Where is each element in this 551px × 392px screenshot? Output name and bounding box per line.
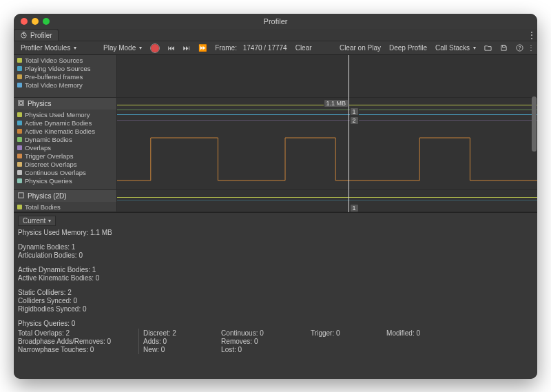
- open-file-icon[interactable]: [480, 42, 496, 54]
- chart-zone-physics: 1.1 MB 1 2: [117, 98, 537, 190]
- physics-icon: [17, 99, 25, 108]
- clear-on-play-button[interactable]: Clear on Play: [335, 42, 385, 54]
- stat-narrowphase: Narrowphase Touches: 0: [18, 346, 111, 353]
- legend-item[interactable]: Total Video Memory: [16, 81, 114, 89]
- profiler-icon: [20, 31, 28, 40]
- chart-mem-label: 1.1 MB: [324, 99, 349, 107]
- save-icon[interactable]: [496, 42, 512, 54]
- legend-swatch: [17, 66, 22, 71]
- svg-rect-4: [19, 101, 23, 105]
- stat-mem: Physics Used Memory: 1.1 MB: [18, 229, 533, 236]
- svg-rect-5: [20, 102, 23, 105]
- legend-swatch: [17, 137, 22, 142]
- fast-forward-icon: ⏩: [198, 44, 207, 52]
- legend-swatch: [17, 112, 22, 117]
- series-total-bodies-2d: [117, 197, 537, 198]
- svg-rect-6: [19, 193, 23, 198]
- stat-articulation: Articulation Bodies: 0: [18, 251, 533, 259]
- chart-flag-2d: 1: [350, 204, 359, 212]
- legend-swatch: [17, 154, 22, 158]
- deep-profile-button[interactable]: Deep Profile: [385, 42, 431, 54]
- legend-swatch: [17, 205, 22, 209]
- chart-flag-1: 1: [350, 107, 359, 116]
- help-icon[interactable]: ?: [512, 42, 528, 54]
- legend-swatch: [17, 83, 22, 87]
- stat-active-kinematic: Active Kinematic Bodies: 0: [18, 274, 533, 282]
- chart-scrollbar[interactable]: [532, 96, 537, 152]
- playhead[interactable]: [349, 55, 349, 212]
- record-button[interactable]: [146, 42, 164, 54]
- profiler-modules-dropdown[interactable]: Profiler Modules: [17, 42, 99, 54]
- legend-item[interactable]: Trigger Overlaps: [16, 152, 114, 160]
- stat-modified: Modified: 0: [386, 329, 462, 337]
- clear-button[interactable]: Clear: [291, 42, 316, 54]
- stat-total-overlaps: Total Overlaps: 2: [18, 329, 111, 337]
- legend-label: Playing Video Sources: [25, 65, 90, 72]
- window-title: Profiler: [14, 17, 537, 25]
- stat-removes: Removes: 0: [221, 338, 283, 345]
- record-icon: [151, 44, 159, 52]
- legend-label: Physics Queries: [25, 177, 72, 185]
- module-header-physics2d: Physics (2D): [14, 190, 116, 202]
- play-mode-dropdown[interactable]: Play Mode: [99, 42, 146, 54]
- module-header-physics: Physics: [14, 98, 116, 110]
- legend-item[interactable]: Overlaps: [16, 143, 114, 152]
- toolbar-menu-icon[interactable]: ⋮: [528, 44, 534, 52]
- chart-canvas[interactable]: 1.1 MB 1 2 1: [117, 55, 537, 212]
- legend-item[interactable]: Physics Used Memory: [16, 110, 114, 118]
- prev-frame-button[interactable]: ⏮: [164, 42, 179, 54]
- stat-static: Static Colliders: 2: [18, 289, 533, 296]
- stat-dynamic: Dynamic Bodies: 1: [18, 243, 533, 251]
- next-frame-button[interactable]: ⏭: [179, 42, 194, 54]
- legend-item[interactable]: Dynamic Bodies: [16, 135, 114, 143]
- legend-label: Total Video Memory: [25, 81, 83, 89]
- legend-item[interactable]: Active Dynamic Bodies: [16, 118, 114, 127]
- legend-label: Overlaps: [25, 144, 51, 152]
- legend-swatch: [17, 178, 22, 183]
- svg-text:?: ?: [518, 45, 521, 51]
- legend-item[interactable]: Continuous Overlaps: [16, 168, 114, 176]
- module-physics[interactable]: Physics Physics Used MemoryActive Dynami…: [14, 98, 116, 190]
- stat-rigid-sync: Rigidbodies Synced: 0: [18, 305, 533, 313]
- chart-zone-physics2d: 1: [117, 190, 537, 212]
- legend-item[interactable]: Discreet Overlaps: [16, 160, 114, 168]
- stat-trigger: Trigger: 0: [311, 329, 359, 337]
- stat-queries: Physics Queries: 0: [18, 320, 533, 327]
- legend-swatch: [17, 121, 22, 125]
- skip-forward-icon: ⏭: [183, 44, 190, 52]
- legend-label: Discreet Overlaps: [25, 161, 77, 168]
- legend-swatch: [17, 145, 22, 150]
- module-physics2d[interactable]: Physics (2D) Total Bodies: [14, 190, 116, 212]
- legend-item[interactable]: Physics Queries: [16, 176, 114, 185]
- legend-item[interactable]: Active Kinematic Bodies: [16, 127, 114, 135]
- series-active-kinematic: [117, 98, 537, 190]
- overlap-columns: Total Overlaps: 2 Broadphase Adds/Remove…: [18, 329, 533, 354]
- legend-swatch: [17, 162, 22, 167]
- module-legend-column: Total Video SourcesPlaying Video Sources…: [14, 55, 117, 212]
- stat-adds: Adds: 0: [143, 338, 194, 345]
- stat-broadphase: Broadphase Adds/Removes: 0: [18, 338, 111, 345]
- chart-area: Total Video SourcesPlaying Video Sources…: [14, 55, 537, 212]
- stat-new: New: 0: [143, 346, 194, 353]
- titlebar: Profiler: [14, 14, 537, 29]
- legend-item[interactable]: Playing Video Sources: [16, 64, 114, 72]
- tab-menu-icon[interactable]: ⋮: [526, 29, 537, 41]
- legend-label: Active Dynamic Bodies: [25, 119, 92, 127]
- call-stacks-dropdown[interactable]: Call Stacks: [431, 42, 480, 54]
- module-video[interactable]: Total Video SourcesPlaying Video Sources…: [14, 55, 116, 98]
- legend-item[interactable]: Total Video Sources: [16, 56, 114, 64]
- legend-swatch: [17, 170, 22, 175]
- frame-label: Frame: 17470 / 17774: [211, 42, 291, 54]
- legend-label: Pre-buffered frames: [25, 73, 83, 81]
- legend-item[interactable]: Pre-buffered frames: [16, 72, 114, 81]
- current-dropdown[interactable]: Current: [18, 216, 56, 226]
- last-frame-button[interactable]: ⏩: [194, 42, 211, 54]
- stat-continuous: Continuous: 0: [221, 329, 283, 337]
- legend-item[interactable]: Total Bodies: [16, 203, 114, 211]
- tab-profiler[interactable]: Profiler: [14, 29, 59, 41]
- legend-label: Active Kinematic Bodies: [25, 127, 95, 135]
- legend-label: Trigger Overlaps: [25, 152, 73, 160]
- legend-label: Physics Used Memory: [25, 111, 90, 118]
- skip-back-icon: ⏮: [168, 44, 175, 52]
- tab-row: Profiler ⋮: [14, 29, 537, 41]
